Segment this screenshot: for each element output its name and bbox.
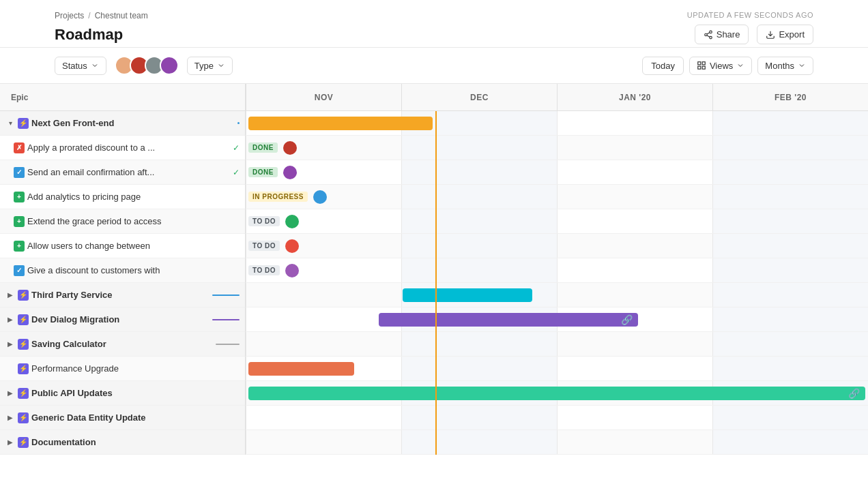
chevron-docs[interactable]: ▶ [5,438,15,447]
icon-give: ✓ [14,265,25,276]
views-button[interactable]: Views [689,57,752,75]
col13-dec [401,406,557,430]
svg-point-0 [709,31,712,33]
bar-row-users: TO DO [246,234,868,258]
row-third-party: ▶ ⚡ Third Party Service [0,283,245,307]
label-generic: Generic Data Entity Update [31,412,240,423]
left-cell-api: ▶ ⚡ Public API Updates [0,381,246,405]
bar-row-saving [246,332,868,357]
col2-feb [712,136,868,160]
chevron-api[interactable]: ▶ [5,389,15,398]
left-cell-perf: ▶ ⚡ Performance Upgrade [0,357,246,380]
label-grace: Extend the grace period to access [27,216,240,226]
top-bar: Projects / Chestnut team Roadmap UPDATED… [0,0,868,48]
row-extend-grace: + Extend the grace period to access [0,209,245,234]
today-line [435,111,437,455]
badge-todo-grace: TO DO [248,216,280,226]
col14-nov [246,430,401,454]
svg-rect-8 [698,66,701,69]
bar-row-grace: TO DO [246,209,868,234]
bar-dev[interactable]: 🔗 [379,313,638,327]
underline-dev [212,319,240,320]
col10-feb [712,332,868,356]
chevron-next-gen[interactable]: ▾ [5,119,15,128]
label-dev: Dev Dialog Migration [31,314,207,325]
bar-api[interactable]: 🔗 [248,387,865,400]
col8-nov [246,283,401,307]
col4-jan [557,185,712,209]
label-apply: Apply a prorated discount to a ... [27,142,227,153]
bar-perf[interactable] [248,362,354,376]
label-email: Send an email confirmation aft... [27,167,227,177]
assignee-grace [285,215,299,228]
label-next-gen: Next Gen Front-end [31,118,232,128]
gantt-chart: Epic ▾ ⚡ Next Gen Front-end ✗ Apply a pr… [0,84,868,455]
col14-feb [712,430,868,454]
type-label: Type [194,61,214,71]
chevron-generic[interactable]: ▶ [5,413,15,423]
bar-row-generic [246,406,868,430]
gantt-months-header: NOV DEC JAN '20 FEB '20 [246,84,868,111]
chevron-down-icon-4 [798,61,806,70]
export-button[interactable]: Export [757,25,813,44]
bar-row-perf [246,357,868,381]
badge-done-apply: DONE [248,142,278,153]
chevron-saving[interactable]: ▶ [5,340,15,349]
row-generic-data: ▶ ⚡ Generic Data Entity Update [0,406,245,430]
breadcrumb-projects[interactable]: Projects [55,11,84,20]
month-feb: FEB '20 [712,84,868,110]
status-users: TO DO [248,239,299,253]
row-dev-dialog: ▶ ⚡ Dev Dialog Migration [0,307,245,332]
col9-feb [712,307,868,331]
status-give: TO DO [248,264,299,277]
dot-next-gen [237,122,240,124]
chevron-dev[interactable]: ▶ [5,315,15,325]
left-cell-third: ▶ ⚡ Third Party Service [0,283,246,307]
col3-jan [557,160,712,184]
left-cell-next-gen: ▾ ⚡ Next Gen Front-end [0,111,246,135]
col14-jan [557,430,712,454]
today-button[interactable]: Today [642,57,684,75]
col10-jan [557,332,712,356]
icon-perf: ⚡ [18,363,29,374]
col2-dec [401,136,557,160]
avatar-4[interactable] [160,56,179,75]
row-next-gen: ▾ ⚡ Next Gen Front-end [0,111,245,136]
gantt-right-panel: NOV DEC JAN '20 FEB '20 [246,84,868,455]
status-filter[interactable]: Status [55,57,106,75]
icon-users: + [14,241,25,252]
col5-feb [712,209,868,233]
month-dec: DEC [401,84,557,110]
export-icon [766,30,775,40]
label-saving: Saving Calculator [31,339,210,349]
bar-third[interactable] [403,288,532,302]
views-label: Views [710,61,733,71]
chevron-down-icon-2 [217,61,225,70]
icon-generic: ⚡ [18,412,29,423]
breadcrumb-team: Chestnut team [95,11,148,20]
chevron-down-icon-3 [736,61,744,70]
avatar-group[interactable] [115,56,179,75]
label-perf: Performance Upgrade [31,363,240,374]
chevron-down-icon [91,61,99,70]
col-jan [557,111,712,135]
assignee-give [285,264,299,277]
svg-point-1 [704,33,707,36]
col13-feb [712,406,868,430]
months-label: Months [765,61,794,71]
bar-next-gen[interactable] [248,117,433,130]
chevron-third[interactable]: ▶ [5,290,15,300]
left-cell-give: ✓ Give a discount to customers with [0,258,246,282]
export-label: Export [779,29,805,40]
status-grace: TO DO [248,215,299,228]
page-title: Roadmap [55,26,148,44]
badge-done-email: DONE [248,167,278,177]
bar-row-analytics: IN PROGRESS [246,185,868,209]
icon-api: ⚡ [18,388,29,399]
type-filter[interactable]: Type [187,57,233,75]
bar-row-give: TO DO [246,258,868,283]
icon-analytics: + [14,192,25,202]
months-button[interactable]: Months [757,57,813,75]
col13-nov [246,406,401,430]
share-button[interactable]: Share [695,25,749,44]
